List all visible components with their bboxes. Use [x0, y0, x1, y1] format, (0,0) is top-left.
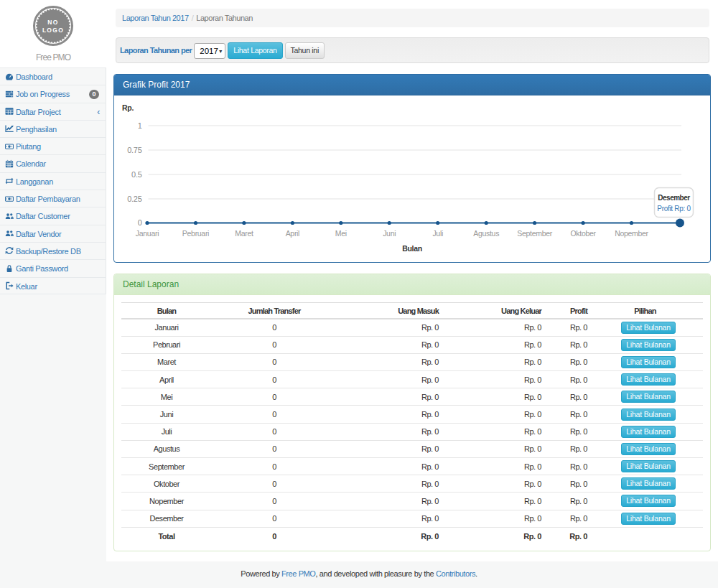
- svg-text:0.25: 0.25: [127, 195, 141, 203]
- svg-text:1: 1: [138, 121, 142, 130]
- svg-text:Rp.: Rp.: [122, 103, 134, 112]
- svg-text:Maret: Maret: [235, 229, 253, 238]
- svg-text:Juni: Juni: [383, 229, 396, 238]
- svg-text:Juli: Juli: [432, 229, 443, 238]
- svg-text:0: 0: [138, 218, 142, 227]
- svg-text:0.5: 0.5: [131, 170, 142, 179]
- svg-text:Bulan: Bulan: [402, 244, 422, 253]
- svg-text:NO: NO: [47, 19, 58, 26]
- svg-text:Mei: Mei: [335, 229, 347, 238]
- svg-text:Profit Rp: 0: Profit Rp: 0: [657, 205, 691, 213]
- svg-text:April: April: [286, 229, 300, 238]
- svg-text:Januari: Januari: [136, 229, 159, 238]
- svg-text:0.75: 0.75: [127, 146, 141, 154]
- svg-text:Desember: Desember: [658, 194, 690, 202]
- svg-text:Oktober: Oktober: [570, 229, 596, 238]
- svg-text:September: September: [517, 229, 552, 238]
- svg-text:Pebruari: Pebruari: [182, 229, 209, 238]
- svg-text:Nopember: Nopember: [615, 229, 648, 238]
- svg-text:Agustus: Agustus: [473, 229, 499, 238]
- svg-text:LOGO: LOGO: [42, 27, 64, 34]
